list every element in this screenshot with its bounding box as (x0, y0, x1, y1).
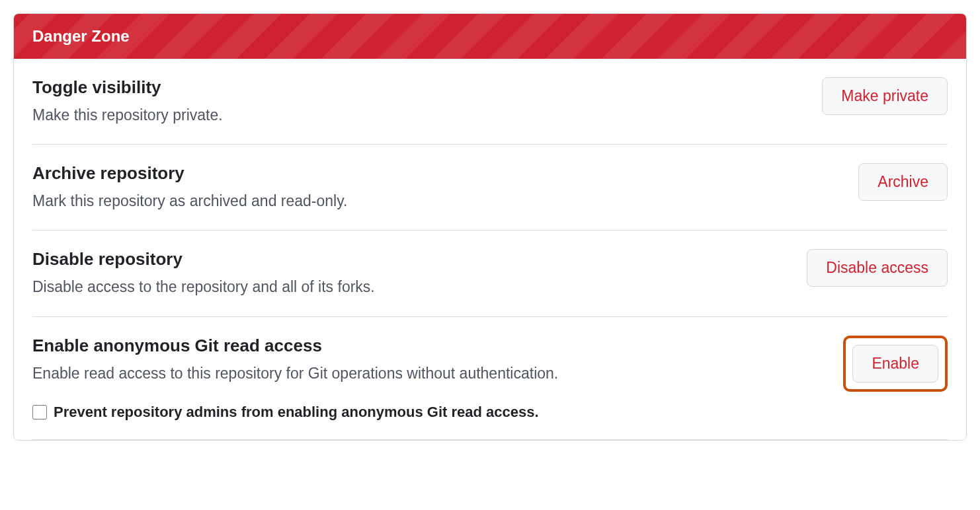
danger-item-title: Archive repository (32, 163, 842, 184)
enable-button-highlight: Enable (843, 336, 948, 392)
danger-item-title: Toggle visibility (32, 77, 806, 98)
danger-item-archive-repository: Archive repository Mark this repository … (32, 145, 948, 231)
prevent-admins-checkbox[interactable] (32, 405, 47, 419)
danger-item-desc: Enable read access to this repository fo… (32, 363, 827, 384)
danger-item-text: Enable anonymous Git read access Enable … (32, 336, 827, 384)
danger-zone-body: Toggle visibility Make this repository p… (14, 59, 966, 440)
enable-button[interactable]: Enable (852, 345, 938, 382)
danger-item-text: Toggle visibility Make this repository p… (32, 77, 806, 126)
danger-zone-panel: Danger Zone Toggle visibility Make this … (13, 13, 967, 441)
make-private-button[interactable]: Make private (822, 77, 948, 115)
danger-item-title: Enable anonymous Git read access (32, 336, 827, 356)
danger-item-disable-repository: Disable repository Disable access to the… (32, 231, 948, 316)
danger-zone-header: Danger Zone (14, 14, 966, 59)
archive-button[interactable]: Archive (858, 163, 948, 201)
danger-item-text: Disable repository Disable access to the… (32, 249, 791, 297)
danger-item-toggle-visibility: Toggle visibility Make this repository p… (32, 59, 948, 145)
disable-access-button[interactable]: Disable access (807, 249, 948, 287)
prevent-admins-checkbox-row: Prevent repository admins from enabling … (32, 404, 948, 421)
danger-item-anonymous-git-read: Enable anonymous Git read access Enable … (32, 317, 948, 440)
danger-item-text: Archive repository Mark this repository … (32, 163, 842, 211)
danger-item-desc: Mark this repository as archived and rea… (32, 190, 842, 211)
danger-item-desc: Disable access to the repository and all… (32, 276, 791, 297)
prevent-admins-label[interactable]: Prevent repository admins from enabling … (54, 404, 539, 421)
danger-item-desc: Make this repository private. (32, 104, 806, 126)
danger-zone-title: Danger Zone (32, 27, 130, 45)
danger-item-title: Disable repository (32, 249, 791, 270)
